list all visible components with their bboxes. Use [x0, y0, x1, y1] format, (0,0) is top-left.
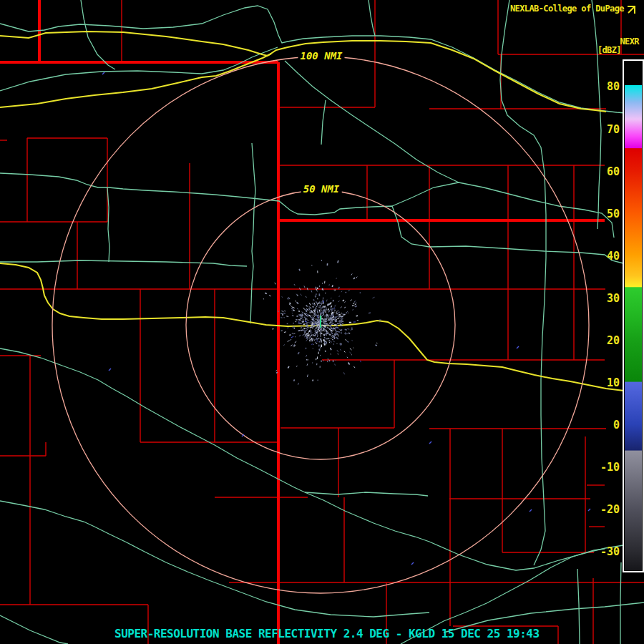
colorbar-tick--20: -20	[591, 503, 620, 516]
product-label-units: [dBZ]	[597, 46, 621, 55]
colorbar-tick-0: 0	[591, 419, 620, 431]
colorbar-tick-10: 10	[591, 376, 620, 389]
colorbar-tick-50: 50	[591, 208, 620, 220]
colorbar-tick--30: -30	[591, 545, 620, 558]
colorbar-tick-40: 40	[591, 250, 620, 263]
product-label-line1: NEXR	[620, 37, 640, 47]
highway-roads	[0, 31, 644, 392]
site-title: NEXLAB-College of DuPage	[510, 4, 624, 14]
radar-map-canvas	[0, 0, 644, 644]
range-ring-label-50nmi: 50 NMI	[301, 184, 342, 195]
external-link-icon[interactable]	[626, 5, 636, 15]
range-ring-label-100nmi: 100 NMI	[298, 51, 344, 62]
product-title: SUPER-RESOLUTION BASE REFLECTIVITY 2.4 D…	[114, 628, 540, 640]
colorbar-tick-70: 70	[591, 123, 620, 136]
dbz-colorbar	[623, 60, 643, 572]
colorbar-tick-60: 60	[591, 165, 620, 178]
colorbar-tick--10: -10	[591, 461, 620, 474]
colorbar-tick-30: 30	[591, 292, 620, 305]
colorbar-tick-20: 20	[591, 334, 620, 347]
radar-display: NEXLAB-College of DuPage NEXR [dBZ] 100 …	[0, 0, 644, 644]
colorbar-tick-80: 80	[591, 80, 620, 93]
